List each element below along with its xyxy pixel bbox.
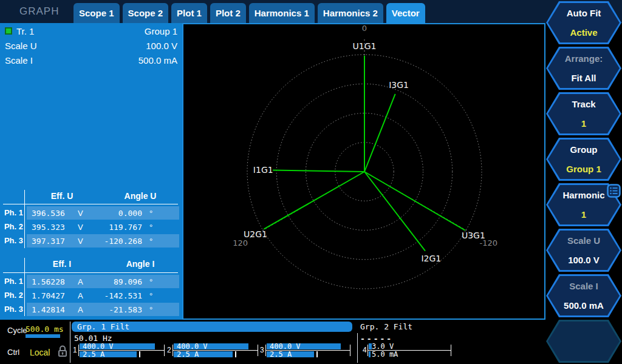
phasor-label-I3G1: I3G1 (389, 80, 409, 90)
phasor-label-U1G1: U1G1 (353, 41, 377, 51)
peak-marker (139, 351, 140, 357)
row-label: Ph. 3 (0, 305, 23, 314)
table-divider (3, 272, 178, 273)
track-button[interactable]: Track 1 (546, 92, 621, 135)
scale-i-button[interactable]: Scale I 500.0 mA (546, 274, 621, 317)
voltage-range-label: 3.0 V (372, 342, 394, 351)
meter-tick (451, 345, 451, 356)
column-header-angle-u: Angle U (110, 191, 171, 201)
tab-plot-2[interactable]: Plot 2 (210, 3, 246, 23)
status-bar: Cycle 500.0 ms Ctrl Local Grp. 1 Filt 50… (0, 320, 545, 364)
meter-tick (367, 345, 368, 356)
channel-1-meter: 400.0 V 2.5 A (78, 343, 165, 357)
top-bar: GRAPH Scope 1 Scope 2 Plot 1 Plot 2 Harm… (0, 0, 622, 23)
column-header-eff-i: Eff. I (32, 259, 92, 269)
divider (70, 322, 70, 363)
degree-symbol: ° (149, 209, 152, 218)
meter-tick (78, 345, 79, 356)
ctrl-label: Ctrl (7, 348, 19, 357)
degree-symbol: ° (149, 277, 152, 286)
phasor-U2G1 (264, 172, 364, 229)
eff-value: 397.317 (32, 237, 65, 246)
angle-value: 89.096 (90, 277, 142, 286)
degree-symbol: ° (149, 223, 152, 232)
unit: V (78, 209, 83, 218)
tab-scope-2[interactable]: Scope 2 (123, 3, 169, 23)
tab-bar: Scope 1 Scope 2 Plot 1 Plot 2 Harmonics … (73, 3, 425, 23)
tab-scope-1[interactable]: Scope 1 (73, 3, 120, 23)
channel-number: 1 (73, 346, 77, 354)
arrange-button[interactable]: Arrange: Fit All (546, 47, 621, 90)
cycle-value: 500.0 ms (26, 325, 64, 334)
page-title: GRAPH (19, 5, 59, 18)
unit: A (78, 291, 83, 300)
current-range-label: 5.0 mA (372, 350, 398, 359)
degree-symbol: ° (149, 291, 152, 300)
scale-u-label: Scale U (5, 41, 37, 51)
current-range-label: 2.5 A (177, 350, 199, 359)
blank-button (546, 320, 621, 363)
column-header-angle-i: Angle I (110, 259, 171, 269)
tab-vector[interactable]: Vector (386, 3, 425, 23)
voltage-range-label: 400.0 V (177, 342, 208, 351)
eff-value: 1.42814 (32, 305, 65, 314)
phasor-I2G1 (364, 172, 425, 251)
current-bar (369, 351, 371, 357)
channel-number: 4 (363, 346, 367, 354)
meter-tick (258, 345, 258, 356)
divider (357, 333, 358, 363)
button-value: 1 (546, 118, 621, 129)
degree-symbol: ° (149, 305, 152, 314)
meter-tick (265, 345, 266, 356)
unit: A (78, 277, 83, 286)
trace-group-value: Group 1 (145, 26, 177, 36)
tab-plot-1[interactable]: Plot 1 (171, 3, 207, 23)
button-label: Track (546, 99, 621, 109)
phasor-I1G1 (273, 170, 364, 172)
vector-phasor-plot: 0120-120U1G1U2G1U3G1I1G1I2G1I3G1 (182, 23, 545, 320)
unit: V (78, 223, 83, 232)
meter-tick (173, 345, 173, 356)
button-label: Scale U (546, 235, 621, 246)
angle-tick-label: 0 (362, 24, 367, 33)
eff-value: 396.536 (32, 209, 65, 218)
power-analyzer-screen: GRAPH Scope 1 Scope 2 Plot 1 Plot 2 Harm… (0, 0, 622, 364)
scale-i-value: 500.0 mA (138, 55, 177, 66)
phasor-label-U3G1: U3G1 (462, 231, 485, 240)
angle-value: -120.268 (90, 237, 142, 246)
row-label: Ph. 2 (0, 222, 23, 231)
row-label: Ph. 1 (0, 208, 23, 217)
group-button[interactable]: Group Group 1 (546, 138, 621, 181)
measurement-panel: Tr. 1 Group 1 Scale U 100.0 V Scale I 50… (0, 23, 182, 320)
table-row: Ph. 2 1.70427 A -142.531 ° (0, 289, 182, 302)
button-label: Auto Fit (546, 8, 621, 18)
phasor-label-U2G1: U2G1 (244, 229, 267, 239)
auto-fit-button[interactable]: Auto Fit Active (546, 1, 621, 44)
button-label: Scale I (546, 281, 621, 291)
cycle-label: Cycle (7, 326, 27, 335)
channel-4-meter: 3.0 V 5.0 mA (367, 343, 451, 357)
row-label: Ph. 2 (0, 291, 23, 300)
button-value: Fit All (546, 73, 621, 83)
eff-value: 395.323 (32, 223, 65, 232)
channel-number: 2 (167, 346, 171, 354)
trace-label: Tr. 1 (16, 26, 34, 36)
angle-value: -142.531 (90, 291, 142, 300)
button-value: Active (546, 27, 621, 38)
eff-value: 1.70427 (32, 291, 65, 300)
button-face (548, 322, 620, 361)
list-icon[interactable] (607, 184, 621, 200)
unit: A (78, 305, 83, 314)
tab-harmonics-1[interactable]: Harmonics 1 (249, 3, 315, 23)
table-row: Ph. 1 396.536 V 0.000 ° (0, 206, 182, 220)
phasor-I3G1 (364, 94, 395, 172)
tab-harmonics-2[interactable]: Harmonics 2 (318, 3, 383, 23)
cycle-progress-bar (26, 334, 60, 338)
channel-2-meter: 400.0 V 2.5 A (173, 343, 258, 357)
peak-marker (316, 351, 318, 357)
current-table-header: Eff. I Angle I (0, 259, 182, 271)
scale-u-button[interactable]: Scale U 100.0 V (546, 229, 621, 272)
table-divider (3, 204, 178, 204)
row-label: Ph. 3 (0, 236, 23, 245)
current-range-label: 2.5 A (83, 350, 104, 359)
